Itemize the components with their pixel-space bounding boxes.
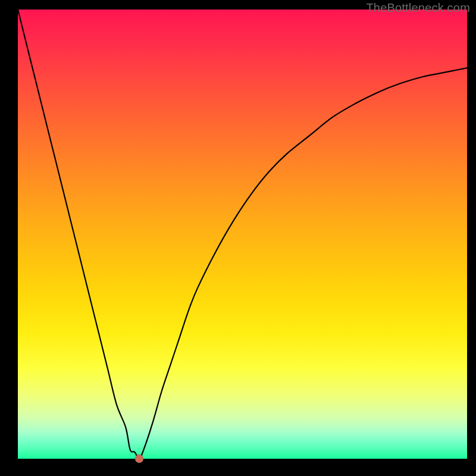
- watermark-text: TheBottleneck.com: [366, 1, 470, 15]
- curve-path: [18, 10, 467, 459]
- optimal-point-marker: [135, 455, 143, 463]
- chart-frame: TheBottleneck.com: [0, 0, 476, 476]
- chart-plot-area: [18, 10, 467, 459]
- bottleneck-curve: [18, 10, 467, 459]
